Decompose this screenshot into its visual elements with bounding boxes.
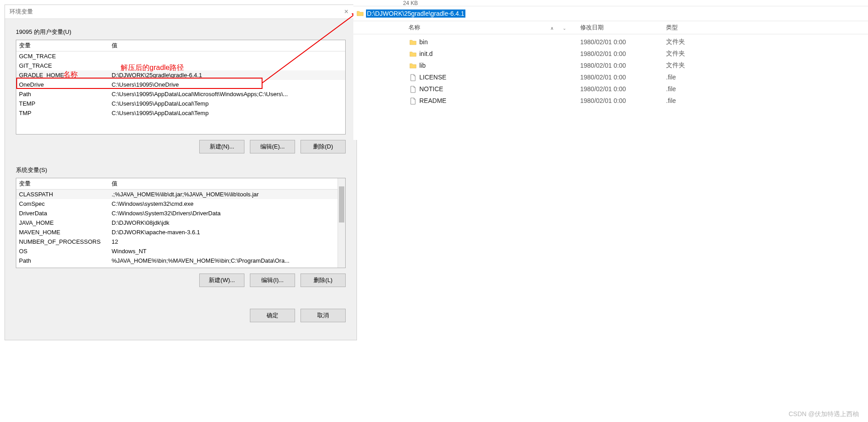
watermark: CSDN @伏加特遇上西柚 — [788, 410, 859, 418]
sys-vars-list[interactable]: 变量 值 CLASSPATH.;%JAVA_HOME%\lib\dt.jar;%… — [16, 178, 346, 268]
table-row[interactable]: OneDriveC:\Users\19095\OneDrive — [16, 80, 345, 89]
table-row[interactable]: PathC:\Users\19095\AppData\Local\Microso… — [16, 89, 345, 99]
list-item[interactable]: LICENSE1980/02/01 0:00.file — [353, 71, 868, 83]
dialog-titlebar: 环境变量 × — [5, 5, 357, 19]
file-name: init.d — [419, 50, 580, 57]
list-item[interactable]: bin1980/02/01 0:00文件夹 — [353, 36, 868, 48]
dialog-title: 环境变量 — [9, 8, 33, 16]
edit-sys-var-button[interactable]: 编辑(I)... — [250, 274, 295, 287]
table-row[interactable]: GCM_TRACE — [16, 51, 345, 61]
scrollbar-thumb[interactable] — [339, 186, 344, 223]
close-icon[interactable]: × — [341, 8, 352, 16]
new-user-var-button[interactable]: 新建(N)... — [199, 140, 244, 153]
var-name: GRADLE_HOME — [19, 72, 112, 79]
file-date: 1980/02/01 0:00 — [580, 85, 666, 93]
scrollbar[interactable] — [338, 178, 345, 268]
file-name: LICENSE — [419, 74, 580, 81]
table-row[interactable]: ComSpecC:\Windows\system32\cmd.exe — [16, 199, 345, 209]
var-name: TMP — [19, 110, 112, 116]
file-name: README — [419, 97, 580, 104]
var-name: CLASSPATH — [19, 191, 112, 198]
var-name: GIT_TRACE — [19, 62, 112, 69]
folder-icon — [409, 50, 419, 57]
var-name: OneDrive — [19, 81, 112, 88]
list-item[interactable]: NOTICE1980/02/01 0:00.file — [353, 83, 868, 95]
file-type: 文件夹 — [666, 61, 707, 70]
file-type: 文件夹 — [666, 50, 707, 58]
var-value: C:\Users\19095\AppData\Local\Temp — [112, 100, 343, 107]
file-date: 1980/02/01 0:00 — [580, 74, 666, 81]
explorer-top-size: 24 KB — [353, 0, 868, 6]
list-item[interactable]: init.d1980/02/01 0:00文件夹 — [353, 48, 868, 60]
var-name: Path — [19, 257, 112, 264]
explorer-window: 24 KB D:\DJWORK\25gradle\gradle-6.4.1 名称… — [353, 0, 868, 140]
var-value — [112, 53, 343, 60]
var-name: DriverData — [19, 210, 112, 217]
file-name: lib — [419, 62, 580, 69]
table-row[interactable]: TEMPC:\Users\19095\AppData\Local\Temp — [16, 99, 345, 108]
table-row[interactable]: GRADLE_HOMED:\DJWORK\25gradle\gradle-6.4… — [16, 70, 345, 80]
var-value: C:\Users\19095\OneDrive — [112, 81, 343, 88]
table-row[interactable]: JAVA_HOMED:\DJWORK\08jdk\jdk — [16, 218, 345, 227]
col-header-variable[interactable]: 变量 — [19, 42, 112, 50]
file-icon — [409, 97, 419, 104]
var-value: C:\Users\19095\AppData\Local\Microsoft\W… — [112, 91, 343, 97]
var-value: D:\DJWORK\apache-maven-3.6.1 — [112, 229, 343, 236]
file-type: .file — [666, 97, 707, 104]
col-header-date[interactable]: 修改日期 — [575, 23, 661, 32]
list-item[interactable]: lib1980/02/01 0:00文件夹 — [353, 60, 868, 71]
var-value: %JAVA_HOME%\bin;%MAVEN_HOME%\bin;C:\Prog… — [112, 257, 343, 264]
var-value: C:\Users\19095\AppData\Local\Temp — [112, 110, 343, 116]
table-row[interactable]: NUMBER_OF_PROCESSORS12 — [16, 237, 345, 246]
var-name: MAVEN_HOME — [19, 229, 112, 236]
var-name: ComSpec — [19, 200, 112, 207]
var-value: D:\DJWORK\08jdk\jdk — [112, 219, 343, 226]
folder-icon — [409, 38, 419, 46]
file-icon — [409, 85, 419, 93]
table-row[interactable]: TMPC:\Users\19095\AppData\Local\Temp — [16, 108, 345, 118]
table-row[interactable]: MAVEN_HOMED:\DJWORK\apache-maven-3.6.1 — [16, 227, 345, 237]
col-header-name[interactable]: 名称 ∧⌄ — [403, 23, 575, 32]
col-header-type[interactable]: 类型 — [661, 23, 701, 32]
folder-icon — [356, 10, 364, 17]
col-header-value[interactable]: 值 — [112, 180, 343, 188]
var-value: Windows_NT — [112, 248, 343, 255]
explorer-column-headers: 名称 ∧⌄ 修改日期 类型 — [353, 21, 868, 34]
col-header-variable[interactable]: 变量 — [19, 180, 112, 188]
table-row[interactable]: OSWindows_NT — [16, 246, 345, 256]
address-bar[interactable]: D:\DJWORK\25gradle\gradle-6.4.1 — [353, 6, 868, 21]
file-date: 1980/02/01 0:00 — [580, 38, 666, 46]
var-value: 12 — [112, 238, 343, 245]
var-value: C:\Windows\System32\Drivers\DriverData — [112, 210, 343, 217]
var-name: JAVA_HOME — [19, 219, 112, 226]
file-date: 1980/02/01 0:00 — [580, 97, 666, 104]
explorer-rows: bin1980/02/01 0:00文件夹init.d1980/02/01 0:… — [353, 34, 868, 107]
edit-user-var-button[interactable]: 编辑(E)... — [250, 140, 295, 153]
address-path[interactable]: D:\DJWORK\25gradle\gradle-6.4.1 — [366, 9, 465, 18]
delete-user-var-button[interactable]: 删除(D) — [300, 140, 346, 153]
file-type: .file — [666, 85, 707, 93]
var-value: .;%JAVA_HOME%\lib\dt.jar;%JAVA_HOME%\lib… — [112, 191, 343, 198]
table-row[interactable]: Path%JAVA_HOME%\bin;%MAVEN_HOME%\bin;C:\… — [16, 256, 345, 265]
table-row[interactable]: DriverDataC:\Windows\System32\Drivers\Dr… — [16, 209, 345, 218]
env-variables-dialog: 环境变量 × 19095 的用户变量(U) 变量 值 GCM_TRACEGIT_… — [5, 5, 357, 340]
var-name: Path — [19, 91, 112, 97]
user-vars-label: 19095 的用户变量(U) — [16, 28, 346, 36]
table-row[interactable]: GIT_TRACE — [16, 61, 345, 70]
file-date: 1980/02/01 0:00 — [580, 50, 666, 57]
ok-button[interactable]: 确定 — [250, 309, 295, 322]
new-sys-var-button[interactable]: 新建(W)... — [199, 274, 244, 287]
col-header-value[interactable]: 值 — [112, 42, 343, 50]
file-type: 文件夹 — [666, 38, 707, 46]
file-name: bin — [419, 38, 580, 46]
var-name: GCM_TRACE — [19, 53, 112, 60]
user-vars-list[interactable]: 变量 值 GCM_TRACEGIT_TRACEGRADLE_HOMED:\DJW… — [16, 40, 346, 134]
var-name: TEMP — [19, 100, 112, 107]
list-item[interactable]: README1980/02/01 0:00.file — [353, 95, 868, 107]
cancel-button[interactable]: 取消 — [300, 309, 346, 322]
table-row[interactable]: CLASSPATH.;%JAVA_HOME%\lib\dt.jar;%JAVA_… — [16, 190, 345, 199]
delete-sys-var-button[interactable]: 删除(L) — [300, 274, 346, 287]
var-name: NUMBER_OF_PROCESSORS — [19, 238, 112, 245]
chevron-down-icon[interactable]: ⌄ — [563, 26, 566, 31]
folder-icon — [409, 61, 419, 69]
